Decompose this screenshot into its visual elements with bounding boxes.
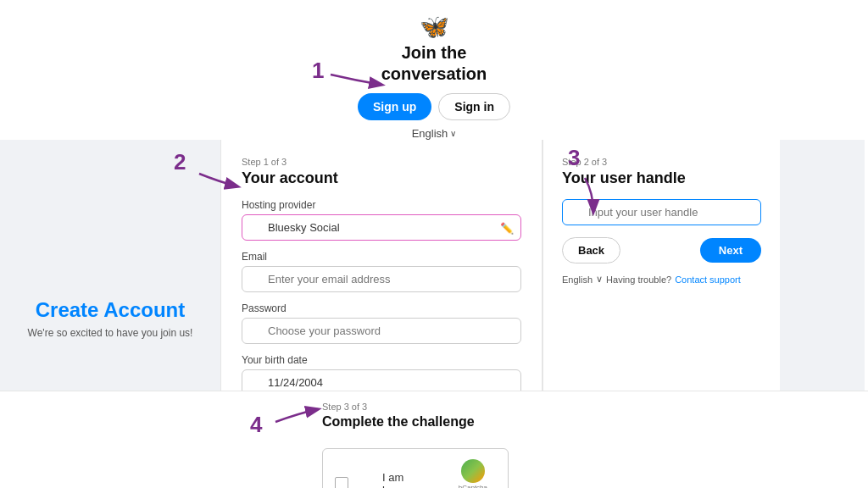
hosting-input-wrapper: 🌐 ✏️ [242,214,521,241]
email-field: Email ✉️ [242,251,521,292]
create-account-title: Create Account [36,298,185,322]
step3-title: Complete the challenge [322,414,509,430]
step1-title: Your account [242,169,521,187]
hosting-label: Hosting provider [242,199,521,211]
step2-footer-language[interactable]: English [562,274,593,285]
handle-field: @ [562,199,761,225]
chevron-down-icon: ∨ [450,129,456,138]
butterfly-logo: 🦋 [420,15,449,39]
step1-label: Step 1 of 3 [242,157,521,167]
email-input[interactable] [242,266,521,292]
hero-buttons: Sign up Sign in [358,93,510,120]
hcaptcha-logo: hCaptcha Privacy · Terms [450,459,496,488]
step2-footer-trouble: Having trouble? [606,274,671,285]
hero-section: 🦋 Join theconversation Sign up Sign in E… [0,0,868,140]
handle-input[interactable] [562,199,761,225]
hosting-field: Hosting provider 🌐 ✏️ [242,199,521,241]
edit-icon: ✏️ [500,221,514,234]
handle-input-wrapper: @ [562,199,761,225]
step2-buttons: Back Next [562,237,761,263]
step2-back-button[interactable]: Back [562,237,620,263]
step2-contact-link[interactable]: Contact support [675,274,741,285]
step3-content: Step 3 of 3 Complete the challenge I am … [322,402,509,488]
signin-button[interactable]: Sign in [438,93,510,120]
dob-field: Your birth date 📅 [242,354,521,396]
language-label: English [412,127,448,140]
hcaptcha-brand: hCaptcha [459,484,487,488]
step2-title: Your user handle [562,169,761,187]
hero-title: Join theconversation [381,42,487,85]
step2-next-button[interactable]: Next [700,238,761,263]
captcha-box: I am human hCaptcha Privacy · Terms [322,448,509,488]
password-input[interactable] [242,318,521,344]
step2-footer: English ∨ Having trouble? Contact suppor… [562,274,761,285]
captcha-checkbox[interactable] [335,477,348,488]
password-label: Password [242,302,521,314]
hosting-input[interactable] [242,214,521,241]
step3-section: Step 3 of 3 Complete the challenge I am … [0,391,868,488]
email-label: Email [242,251,521,263]
password-field: Password 🔒 [242,302,521,344]
step2-label: Step 2 of 3 [562,157,761,167]
hcaptcha-icon [461,459,485,483]
signup-button[interactable]: Sign up [358,93,431,120]
captcha-label: I am human [382,471,416,488]
step2-footer-chevron: ∨ [596,274,603,285]
step3-label: Step 3 of 3 [322,402,509,412]
email-input-wrapper: ✉️ [242,266,521,292]
dob-label: Your birth date [242,354,521,366]
language-selector[interactable]: English ∨ [412,127,457,140]
password-input-wrapper: 🔒 [242,318,521,344]
create-account-subtitle: We're so excited to have you join us! [28,327,193,339]
